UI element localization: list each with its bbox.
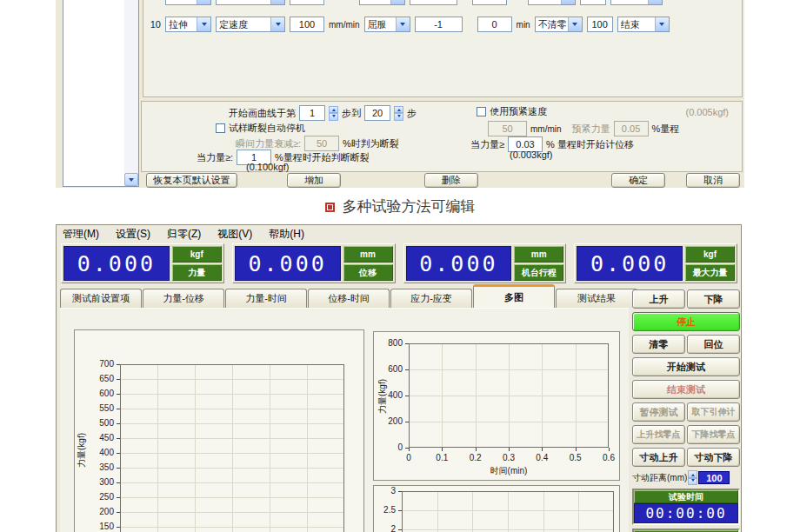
maxforce-unit-label: kgf — [685, 246, 735, 263]
speed-block: 速度(mm/min) — [632, 529, 740, 532]
return-button[interactable]: 回位 — [687, 335, 740, 354]
pause-test-button[interactable]: 暂停测试 — [632, 402, 685, 422]
force-value-display: 0.000 — [63, 246, 170, 281]
stroke-readout: 0.000 mm 机台行程 — [403, 243, 567, 283]
combo-arrow-icon[interactable] — [648, 0, 662, 4]
caption-text: 多种试验方法可编辑 — [343, 198, 476, 215]
remove-extensometer-button[interactable]: 取下引伸计 — [687, 402, 740, 422]
step-condition-select[interactable] — [359, 0, 405, 5]
pretension-line: 使用预紧速度 (0.005kgf) — [477, 105, 729, 118]
up-button[interactable]: 上升 — [632, 289, 685, 309]
scroll-down-button[interactable] — [124, 173, 138, 186]
step-clear-select[interactable]: 不清零 — [535, 17, 583, 32]
tab-pretest-settings[interactable]: 测试前设置项 — [60, 289, 142, 308]
step-condition-input[interactable]: -1 — [415, 17, 463, 32]
step-row-9-partial — [149, 0, 663, 6]
pretension-force-input[interactable]: 0.05 — [614, 121, 649, 136]
ok-button[interactable]: 确定 — [611, 173, 665, 188]
tick-label: 0.5 — [563, 453, 589, 462]
step-percent-input[interactable] — [580, 0, 606, 5]
step-speed-input[interactable]: 100 — [290, 17, 324, 32]
step-time-input[interactable] — [472, 0, 507, 5]
step-condition-input[interactable] — [410, 0, 457, 5]
test-time-block: 试验时间 00:00:00 — [632, 489, 740, 525]
tab-force-time[interactable]: 力量-时间 — [225, 289, 307, 308]
step-control-select[interactable]: 定速度 — [216, 17, 285, 32]
combo-arrow-icon[interactable] — [568, 17, 582, 31]
maxforce-name-label: 最大力量 — [685, 264, 735, 281]
stroke-value-display: 0.000 — [406, 246, 512, 281]
down-button[interactable]: 下降 — [687, 289, 740, 309]
disp-note-line: (0.003kgf) — [510, 150, 553, 160]
curve-to-spinner[interactable] — [394, 106, 403, 121]
curve-range-line: 开始画曲线于第 1 步到 20 步 — [229, 105, 417, 121]
combo-arrow-icon[interactable] — [270, 0, 284, 4]
zero-button[interactable]: 清零 — [632, 335, 685, 354]
combo-arrow-icon[interactable] — [390, 0, 404, 4]
jog-distance-spinner[interactable] — [688, 470, 697, 485]
menu-view[interactable]: 视图(V) — [215, 226, 255, 243]
combo-arrow-icon[interactable] — [197, 0, 210, 4]
pretension-checkbox[interactable] — [477, 107, 486, 116]
menu-manage[interactable]: 管理(M) — [60, 226, 102, 243]
step-mode-select[interactable] — [165, 0, 211, 5]
down-find-zero-button[interactable]: 下降找零点 — [687, 425, 740, 444]
step-control-select[interactable] — [216, 0, 285, 5]
tick-label: 700 — [75, 359, 114, 369]
method-listbox[interactable] — [63, 0, 139, 187]
tab-force-displacement[interactable]: 力量-位移 — [143, 289, 224, 308]
pretension-label: 使用预紧速度 — [490, 105, 547, 118]
menu-help[interactable]: 帮助(H) — [266, 226, 307, 243]
combo-arrow-icon[interactable] — [561, 0, 575, 4]
step-row-10: 10 拉伸 定速度 100 mm/min 屈服 -1 0 min 不清零 100… — [149, 16, 670, 33]
combo-arrow-icon[interactable] — [197, 17, 210, 31]
step-condition-select[interactable]: 屈服 — [364, 17, 410, 32]
grid-line — [442, 448, 443, 451]
pretension-speed-input[interactable]: 50 — [488, 121, 527, 136]
step-time-input[interactable]: 0 — [477, 17, 512, 32]
tick-label: 200 — [75, 507, 114, 516]
combo-arrow-icon[interactable] — [396, 17, 410, 31]
curve-from-spinner[interactable] — [329, 106, 338, 121]
step-clear-select[interactable] — [528, 0, 576, 5]
tab-strip: 测试前设置项 力量-位移 力量-时间 位移-时间 应力-应变 多图 测试结果 — [60, 289, 638, 308]
jog-distance-row: 寸动距离(mm) 100 — [632, 470, 740, 485]
up-find-zero-button[interactable]: 上升找零点 — [632, 425, 685, 444]
restore-defaults-button[interactable]: 恢复本页默认设置 — [146, 173, 237, 188]
step-speed-input[interactable] — [290, 0, 324, 5]
delete-button[interactable]: 删除 — [424, 173, 478, 188]
tab-multi-chart[interactable]: 多图 — [473, 284, 555, 308]
tick-label: 650 — [75, 374, 114, 383]
tick-label: 0.3 — [496, 453, 522, 462]
step-next-select[interactable]: 结束 — [617, 17, 670, 32]
add-button[interactable]: 增加 — [287, 173, 341, 188]
curve-to-input[interactable]: 20 — [364, 105, 390, 121]
pretension-force-label: 预紧力量 — [572, 123, 610, 136]
end-test-button[interactable]: 结束测试 — [632, 380, 740, 399]
step-next-select[interactable] — [610, 0, 663, 5]
jog-distance-input[interactable]: 100 — [698, 471, 730, 484]
combo-arrow-icon[interactable] — [655, 17, 669, 31]
jog-down-button[interactable]: 寸动下降 — [687, 448, 740, 467]
axis-label: 时间(min) — [409, 465, 609, 477]
step-percent-input[interactable]: 100 — [587, 17, 613, 32]
tick-label: 2.5 — [374, 505, 396, 515]
tab-displacement-time[interactable]: 位移-时间 — [308, 289, 390, 308]
curve-from-input[interactable]: 1 — [299, 105, 325, 121]
step-mode-select[interactable]: 拉伸 — [165, 17, 211, 32]
tab-stress-strain[interactable]: 应力-应变 — [390, 289, 472, 308]
stop-button[interactable]: 停止 — [632, 312, 740, 331]
menu-zero[interactable]: 归零(Z) — [164, 226, 203, 243]
main-window: 管理(M) 设置(S) 归零(Z) 视图(V) 帮助(H) 0.000 kgf … — [56, 224, 742, 532]
jog-up-button[interactable]: 寸动上升 — [632, 448, 685, 467]
menu-settings[interactable]: 设置(S) — [113, 226, 153, 243]
force-chart-large: 700650600550500450400350300250200150力量(k… — [74, 329, 364, 532]
combo-arrow-icon[interactable] — [270, 17, 284, 31]
tab-test-results[interactable]: 测试结果 — [556, 289, 637, 308]
listbox-scrollbar[interactable] — [124, 0, 138, 186]
break-stop-checkbox[interactable] — [216, 123, 225, 133]
cancel-button[interactable]: 取消 — [686, 173, 740, 188]
select-value: 定速度 — [219, 18, 248, 31]
start-test-button[interactable]: 开始测试 — [632, 357, 740, 376]
disp-suffix-label: % 量程时开始计位移 — [546, 138, 634, 151]
